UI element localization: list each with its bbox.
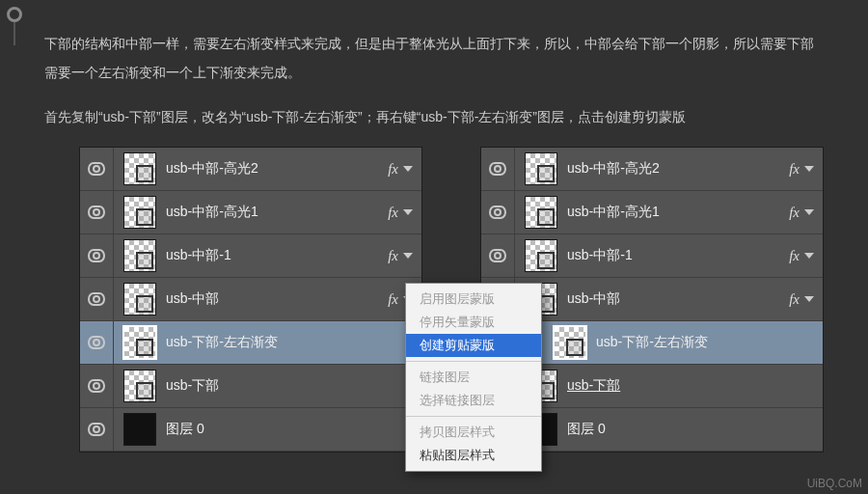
visibility-toggle[interactable] (80, 321, 114, 364)
chevron-down-icon (804, 296, 814, 302)
visibility-toggle[interactable] (481, 234, 515, 277)
layer-name[interactable]: usb-下部 (567, 377, 823, 395)
fx-indicator[interactable]: fx (373, 291, 398, 308)
eye-icon (489, 162, 506, 176)
context-menu-item: 启用图层蒙版 (406, 288, 541, 311)
fx-indicator[interactable]: fx (373, 205, 398, 221)
layer-thumbnail[interactable] (114, 239, 166, 272)
context-menu-item[interactable]: 创建剪贴蒙版 (406, 334, 541, 357)
expand-effects-toggle[interactable] (398, 253, 418, 259)
layer-thumbnail[interactable] (114, 326, 166, 359)
fx-indicator[interactable]: fx (774, 248, 800, 264)
eye-icon (489, 249, 506, 262)
layer-thumbnail[interactable] (114, 152, 166, 185)
context-menu-item: 停用矢量蒙版 (406, 311, 541, 334)
layer-thumbnail[interactable] (544, 326, 596, 359)
eye-icon (88, 292, 105, 306)
context-menu-item[interactable]: 粘贴图层样式 (406, 444, 541, 467)
context-menu[interactable]: 启用图层蒙版停用矢量蒙版创建剪贴蒙版链接图层选择链接图层拷贝图层样式粘贴图层样式 (405, 283, 542, 472)
layer-row[interactable]: usb-中部fx (80, 278, 421, 321)
context-menu-item: 链接图层 (406, 366, 541, 389)
visibility-toggle[interactable] (481, 148, 515, 190)
visibility-toggle[interactable] (80, 278, 114, 320)
expand-effects-toggle[interactable] (800, 166, 819, 172)
layer-thumbnail[interactable] (114, 413, 166, 446)
eye-icon (88, 379, 105, 393)
paragraph-2: 首先复制“usb-下部”图层，改名为“usb-下部-左右渐变”；再右键“usb-… (44, 102, 824, 131)
eye-icon (88, 423, 105, 436)
layer-name[interactable]: 图层 0 (567, 421, 823, 438)
layer-thumbnail[interactable] (114, 370, 166, 402)
fx-indicator[interactable]: fx (774, 205, 800, 221)
layers-panel-left: usb-中部-高光2fxusb-中部-高光1fxusb-中部-1fxusb-中部… (79, 147, 422, 453)
watermark: UiBQ.CoM (807, 477, 862, 490)
paragraph-1: 下部的结构和中部一样，需要左右渐变样式来完成，但是由于整体光从上面打下来，所以，… (44, 29, 824, 87)
fx-indicator[interactable]: fx (373, 161, 398, 178)
chevron-down-icon (403, 253, 413, 259)
eye-icon (489, 206, 506, 219)
chevron-down-icon (804, 166, 814, 172)
layer-name[interactable]: usb-下部-左右渐变 (166, 334, 421, 351)
eye-icon (88, 336, 105, 349)
layer-name[interactable]: 图层 0 (166, 421, 421, 438)
expand-effects-toggle[interactable] (800, 296, 819, 302)
article-body: 下部的结构和中部一样，需要左右渐变样式来完成，但是由于整体光从上面打下来，所以，… (0, 0, 868, 462)
layer-row[interactable]: usb-中部-高光2fx (481, 148, 823, 191)
fx-indicator[interactable]: fx (774, 161, 800, 178)
expand-effects-toggle[interactable] (800, 209, 819, 215)
expand-effects-toggle[interactable] (800, 253, 819, 259)
context-menu-item: 选择链接图层 (406, 389, 541, 412)
visibility-toggle[interactable] (80, 191, 114, 233)
layer-row[interactable]: usb-下部 (80, 365, 421, 408)
layer-row[interactable]: usb-中部-高光1fx (481, 191, 823, 234)
layer-row[interactable]: usb-下部-左右渐变 (80, 321, 421, 365)
layer-thumbnail[interactable] (515, 239, 567, 272)
layer-name[interactable]: usb-下部 (166, 377, 421, 395)
timeline-ornament (7, 7, 22, 45)
fx-indicator[interactable]: fx (373, 248, 398, 264)
chevron-down-icon (403, 166, 413, 172)
eye-icon (88, 162, 105, 176)
eye-icon (88, 206, 105, 219)
visibility-toggle[interactable] (80, 234, 114, 277)
context-menu-item: 拷贝图层样式 (406, 421, 541, 444)
visibility-toggle[interactable] (80, 365, 114, 407)
layer-thumbnail[interactable] (114, 283, 166, 316)
visibility-toggle[interactable] (80, 408, 114, 451)
visibility-toggle[interactable] (481, 191, 515, 233)
expand-effects-toggle[interactable] (398, 166, 418, 172)
layer-row[interactable]: usb-中部-1fx (80, 234, 421, 278)
layer-thumbnail[interactable] (515, 152, 567, 185)
layer-thumbnail[interactable] (515, 196, 567, 229)
layer-row[interactable]: usb-中部-高光2fx (80, 148, 421, 191)
chevron-down-icon (804, 253, 814, 259)
chevron-down-icon (804, 209, 814, 215)
panels-container: usb-中部-高光2fxusb-中部-高光1fxusb-中部-1fxusb-中部… (79, 147, 824, 453)
fx-indicator[interactable]: fx (774, 291, 800, 308)
layer-row[interactable]: usb-中部-1fx (481, 234, 823, 278)
layer-name[interactable]: usb-下部-左右渐变 (596, 334, 823, 351)
expand-effects-toggle[interactable] (398, 209, 418, 215)
eye-icon (88, 249, 105, 262)
layer-row[interactable]: 图层 0 (80, 408, 421, 452)
chevron-down-icon (403, 209, 413, 215)
visibility-toggle[interactable] (80, 148, 114, 190)
layer-row[interactable]: usb-中部-高光1fx (80, 191, 421, 234)
layer-thumbnail[interactable] (114, 196, 166, 229)
